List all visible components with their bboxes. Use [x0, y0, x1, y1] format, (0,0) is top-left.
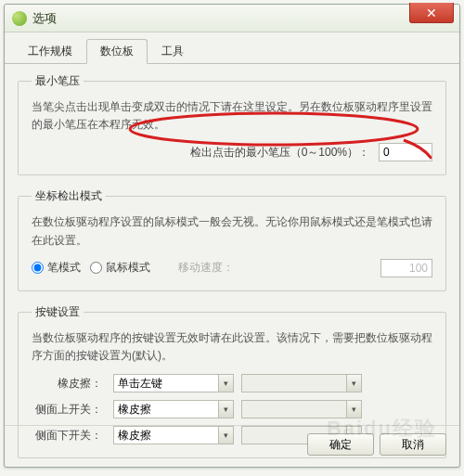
radio-mouse-input[interactable] [90, 262, 102, 274]
eraser-combo2-input [241, 374, 362, 392]
section-min-pressure: 最小笔压 当笔尖点击出现单击变成双击的情况下请在这里设定。另在数位板驱动程序里设… [18, 73, 446, 175]
speed-label: 移动速度： [178, 260, 234, 276]
eraser-combo-input[interactable] [113, 374, 234, 392]
side-up-combo2-input [241, 400, 362, 418]
speed-input [380, 259, 432, 277]
chevron-down-icon: ▾ [346, 375, 361, 392]
side-up-combo[interactable]: ▾ [113, 400, 234, 418]
dialog-body: 最小笔压 当笔尖点击出现单击变成双击的情况下请在这里设定。另在数位板驱动程序里设… [5, 64, 459, 476]
min-pressure-row: 检出点击的最小笔压（0～100%）： [32, 143, 432, 161]
side-up-combo-input[interactable] [113, 400, 234, 418]
section-coord-mode: 坐标检出模式 在数位板驱动程序设置的鼠标模式一般会无视。无论你用鼠标模式还是笔模… [18, 188, 446, 290]
section-min-pressure-legend: 最小笔压 [32, 73, 84, 89]
close-button[interactable]: ✕ [409, 3, 454, 23]
radio-pen-mode[interactable]: 笔模式 [32, 260, 81, 276]
ok-button[interactable]: 确定 [307, 433, 374, 456]
footer: 确定 取消 [5, 425, 459, 463]
radio-pen-input[interactable] [32, 262, 44, 274]
radio-mouse-mode[interactable]: 鼠标模式 [90, 260, 150, 276]
window-title: 选项 [32, 10, 452, 27]
coord-desc: 在数位板驱动程序设置的鼠标模式一般会无视。无论你用鼠标模式还是笔模式也请在此设置… [32, 213, 432, 249]
close-icon: ✕ [426, 6, 437, 20]
eraser-combo2: ▾ [241, 374, 362, 392]
radio-mouse-label: 鼠标模式 [106, 260, 150, 276]
radio-pen-label: 笔模式 [47, 260, 81, 276]
tab-tools[interactable]: 工具 [148, 39, 198, 64]
options-dialog: 选项 ✕ 工作规模 数位板 工具 最小笔压 当笔尖点击出现单击变成双击的情况下请… [4, 4, 460, 468]
tab-bar: 工作规模 数位板 工具 [5, 32, 459, 64]
eraser-combo[interactable]: ▾ [113, 374, 234, 392]
tab-work-scale[interactable]: 工作规模 [14, 39, 86, 64]
eraser-label: 橡皮擦： [32, 376, 106, 392]
cancel-button[interactable]: 取消 [380, 433, 446, 456]
app-icon [12, 11, 27, 26]
section-coord-legend: 坐标检出模式 [32, 188, 106, 204]
chevron-down-icon[interactable]: ▾ [218, 375, 233, 392]
section-keys-legend: 按键设置 [32, 304, 84, 320]
titlebar: 选项 [5, 5, 459, 32]
min-pressure-input[interactable] [379, 143, 432, 161]
coord-row: 笔模式 鼠标模式 移动速度： [32, 259, 432, 277]
chevron-down-icon[interactable]: ▾ [218, 401, 233, 418]
tab-tablet[interactable]: 数位板 [86, 39, 148, 64]
keys-desc: 当数位板驱动程序的按键设置无效时请在此设置。该情况下，需要把数位板驱动程序方面的… [32, 329, 432, 365]
side-up-combo2: ▾ [241, 400, 362, 418]
chevron-down-icon: ▾ [346, 401, 361, 418]
side-up-label: 侧面上开关： [32, 402, 106, 418]
min-pressure-label: 检出点击的最小笔压（0～100%）： [190, 145, 369, 161]
min-pressure-desc: 当笔尖点击出现单击变成双击的情况下请在这里设定。另在数位板驱动程序里设置的最小笔… [32, 98, 432, 134]
